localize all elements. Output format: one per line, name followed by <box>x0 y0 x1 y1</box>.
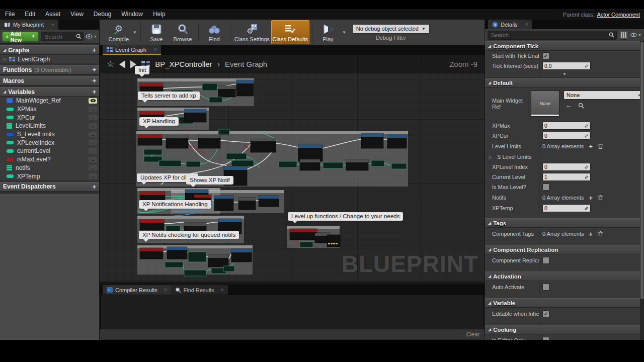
menu-window[interactable]: Window <box>116 9 148 20</box>
section-header-default[interactable]: ◢ Default <box>485 78 644 87</box>
variable-row-xpmax[interactable]: XPMax <box>0 105 99 114</box>
tick-interval-input[interactable]: 0.0 <box>542 62 591 70</box>
variable-row-s-levellimits[interactable]: S_LevelLimits <box>0 130 99 139</box>
class-settings-button[interactable]: ⚙ Class Settings <box>233 20 271 44</box>
functions-section-header[interactable]: Functions (3 Overridable) + <box>0 65 99 74</box>
details-scrollbar[interactable] <box>640 41 644 340</box>
menu-view[interactable]: View <box>65 9 89 20</box>
current-level-input[interactable]: 1 <box>542 173 591 181</box>
breadcrumb-leaf[interactable]: Event Graph <box>225 60 267 68</box>
variable-visibility-toggle[interactable] <box>89 107 97 112</box>
section-header-variable[interactable]: ◢ Variable <box>485 298 644 308</box>
variable-visibility-toggle[interactable] <box>89 157 97 162</box>
scrollbar-thumb[interactable] <box>640 42 643 299</box>
xplevel-index-input[interactable]: 0 <box>542 163 591 171</box>
event-dispatchers-section-header[interactable]: Event Dispatchers + <box>0 182 99 192</box>
trash-icon[interactable] <box>598 143 603 149</box>
variable-row-levellimits[interactable]: LevelLimits <box>0 122 99 130</box>
favorite-star-icon[interactable]: ☆ <box>107 59 114 69</box>
property-matrix-icon[interactable] <box>619 31 628 40</box>
find-button[interactable]: Find <box>201 20 227 44</box>
auto-activate-checkbox[interactable] <box>542 284 549 291</box>
section-header-tags[interactable]: ◢ Tags <box>485 218 644 228</box>
section-header-component-tick[interactable]: ◢ Component Tick <box>485 41 644 51</box>
browse-to-asset-icon[interactable] <box>578 103 584 109</box>
add-graph-button[interactable]: + <box>92 46 96 54</box>
trash-icon[interactable] <box>598 231 603 237</box>
variable-visibility-toggle[interactable] <box>89 148 97 154</box>
close-icon[interactable]: × <box>154 47 157 52</box>
save-button[interactable]: Save <box>143 20 170 44</box>
variable-visibility-toggle[interactable] <box>89 165 97 170</box>
variable-row-xplevelindex[interactable]: XPLevelIndex <box>0 138 99 147</box>
my-blueprint-search[interactable] <box>41 32 84 41</box>
graphs-section-header[interactable]: ◢ Graphs + <box>0 45 99 55</box>
use-selected-arrow-icon[interactable]: ← <box>566 102 572 109</box>
component-replicates-checkbox[interactable] <box>542 257 549 264</box>
variable-visibility-toggle[interactable] <box>89 173 97 179</box>
menu-debug[interactable]: Debug <box>89 9 116 20</box>
menu-edit[interactable]: Edit <box>20 9 40 20</box>
compile-options-dropdown[interactable]: ▼ <box>133 30 137 35</box>
browse-button[interactable]: Browse <box>170 20 196 44</box>
tab-my-blueprint[interactable]: My Blueprint × <box>0 20 58 30</box>
variable-visibility-toggle[interactable] <box>89 123 97 129</box>
section-header-activation[interactable]: ◢ Activation <box>485 272 644 281</box>
xpcur-input[interactable]: 0 <box>542 132 591 140</box>
variables-section-header[interactable]: ◢ Variables + <box>0 87 99 97</box>
is-editor-only-checkbox[interactable] <box>542 337 549 340</box>
variable-row-xpcur[interactable]: XPCur <box>0 113 99 122</box>
tab-find-results[interactable]: Find Results × <box>171 285 228 295</box>
add-element-icon[interactable]: + <box>589 194 593 202</box>
add-function-button[interactable]: + <box>92 66 96 73</box>
details-search-input[interactable] <box>490 32 609 39</box>
blueprint-canvas[interactable]: ☆ BP_XPController › Event Graph Zoom -9 <box>100 55 485 282</box>
asset-thumbnail[interactable]: None <box>531 90 559 117</box>
start-tick-checkbox[interactable] <box>542 52 549 59</box>
nav-back-icon[interactable] <box>119 60 125 68</box>
tab-compiler-results[interactable]: › Compiler Results × <box>103 285 171 295</box>
variable-row-mainwidget-ref[interactable]: MainWidget_Ref <box>0 97 99 105</box>
breadcrumb-root[interactable]: BP_XPController <box>155 60 212 68</box>
debug-object-dropdown[interactable]: No debug object selected ▼ <box>352 24 430 34</box>
add-element-icon[interactable]: + <box>589 230 593 238</box>
add-element-icon[interactable]: + <box>589 143 593 150</box>
sidebar-item-eventgraph[interactable]: ▷ EventGraph <box>0 55 99 63</box>
clear-button[interactable]: Clear <box>466 331 479 337</box>
section-header-cooking[interactable]: ◢ Cooking <box>485 325 644 334</box>
section-expander[interactable]: ▼ <box>485 71 644 78</box>
variable-row-currentlevel[interactable]: currentLevel <box>0 147 99 155</box>
add-macro-button[interactable]: + <box>92 77 96 84</box>
close-icon[interactable]: × <box>525 22 528 27</box>
menu-asset[interactable]: Asset <box>40 9 65 20</box>
variable-visibility-toggle[interactable] <box>89 115 97 120</box>
expander-icon[interactable]: ▷ <box>4 57 7 61</box>
add-variable-button[interactable]: + <box>92 88 96 96</box>
xpmax-input[interactable]: 0 <box>542 122 591 130</box>
variable-visibility-toggle[interactable] <box>89 140 97 145</box>
expander-icon[interactable]: ▷ <box>485 155 493 159</box>
variable-row-xptemp[interactable]: XPTemp <box>0 172 99 180</box>
class-defaults-button[interactable]: ✓ Class Defaults <box>271 20 309 44</box>
play-options-dropdown[interactable]: ▼ <box>342 30 346 35</box>
close-icon[interactable]: × <box>164 287 167 293</box>
is-max-level-checkbox[interactable] <box>542 184 549 191</box>
macros-section-header[interactable]: Macros + <box>0 76 99 85</box>
variable-row-notifs[interactable]: notifs <box>0 164 99 172</box>
add-new-button[interactable]: + Add New ▼ <box>2 32 39 42</box>
editable-when-inherited-checkbox[interactable] <box>542 310 549 317</box>
variable-row-ismaxlevel[interactable]: isMaxLevel? <box>0 155 99 164</box>
details-view-options-button[interactable]: ▼ <box>630 33 641 37</box>
section-header-component-replication[interactable]: ◢ Component Replication <box>485 245 644 254</box>
main-widget-ref-dropdown[interactable]: None ▼ <box>564 90 644 100</box>
xptemp-input[interactable]: 0 <box>542 204 591 212</box>
add-event-dispatcher-button[interactable]: + <box>92 183 96 191</box>
variable-visibility-toggle[interactable] <box>89 98 97 104</box>
close-icon[interactable]: × <box>51 22 54 28</box>
my-blueprint-search-input[interactable] <box>44 33 76 40</box>
tab-details[interactable]: i Details × <box>488 20 532 29</box>
compile-button[interactable]: ⚙✓ Compile <box>106 20 132 44</box>
visibility-filter-button[interactable]: ▼ <box>86 34 97 39</box>
tab-event-graph[interactable]: Event Graph × <box>103 45 161 55</box>
play-button[interactable]: Play <box>315 20 341 44</box>
